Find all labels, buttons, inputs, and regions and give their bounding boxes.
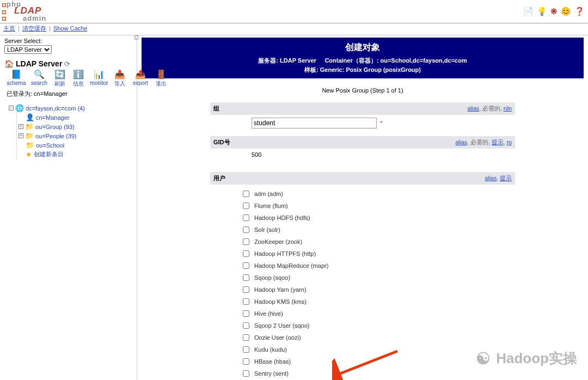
user-checkbox[interactable] [243, 298, 249, 305]
toolbar-info[interactable]: ℹ️信息 [73, 70, 84, 88]
user-row: Hadoop KMS (kms) [241, 296, 512, 308]
bug-icon[interactable]: ❋ [550, 7, 558, 16]
donate-icon[interactable]: 😊 [561, 7, 571, 16]
form: 组 alias, 必需的, rdn * GID号 alias, 必需的, 提示,… [210, 102, 515, 380]
expand-icon[interactable]: + [19, 133, 23, 138]
tree-node-school[interactable]: 📁ou=School [19, 140, 134, 150]
user-checkbox[interactable] [243, 286, 249, 293]
logo: php LDAP admin [2, 1, 46, 21]
lightbulb-icon[interactable]: 💡 [537, 7, 547, 16]
refresh-icon: 🔄 [54, 70, 65, 79]
user-checkbox[interactable] [243, 310, 249, 317]
user-label: HBase (hbas) [254, 358, 291, 365]
users-list: adm (adm)Flume (flum)Hadoop HDFS (hdfs)S… [210, 185, 515, 380]
user-checkbox[interactable] [243, 238, 249, 245]
expand-icon[interactable]: + [19, 124, 23, 129]
toolbar-export[interactable]: 📤export [133, 70, 148, 88]
group-input[interactable] [252, 118, 377, 128]
tree-node-people-label[interactable]: ou=People (39) [35, 133, 77, 139]
user-label: Hive (hive) [254, 310, 283, 317]
school-icon: 📁 [26, 141, 34, 149]
refresh-label: 刷新 [54, 80, 65, 88]
toolbar-logout[interactable]: 🚪退出 [156, 70, 167, 88]
hint-alias[interactable]: alias [468, 105, 480, 112]
user-checkbox[interactable] [243, 334, 249, 341]
tree-node-create[interactable]: ★创建新条目 [19, 150, 134, 159]
user-checkbox[interactable] [243, 370, 249, 377]
user-label: Sqoop (sqoo) [254, 274, 290, 281]
people-icon: 📁 [25, 132, 34, 140]
menu-show-cache[interactable]: Show Cache [53, 25, 87, 32]
toolbar-refresh[interactable]: 🔄刷新 [54, 70, 65, 88]
user-label: adm (adm) [254, 191, 283, 197]
hint-ro[interactable]: ro [507, 139, 512, 145]
user-row: Sqoop (sqoo) [241, 272, 512, 284]
field-group-header: 组 alias, 必需的, rdn [210, 102, 515, 115]
toolbar-search[interactable]: 🔍search [32, 70, 47, 88]
group-icon: 📁 [25, 122, 34, 131]
user-row: ZooKeeper (zook) [241, 236, 512, 248]
toolbar-import[interactable]: 📥导入 [114, 70, 125, 88]
action-toolbar: 📘schema🔍search🔄刷新ℹ️信息📊monitor📥导入📤export🚪… [9, 70, 134, 88]
tree-root[interactable]: − 🌐 dc=fayson,dc=com (4) [9, 103, 134, 113]
server-select[interactable]: LDAP Server [4, 45, 52, 54]
monitor-label: monitor [90, 80, 108, 86]
request-feature-icon[interactable]: 📄 [523, 7, 534, 16]
user-checkbox[interactable] [243, 214, 249, 221]
user-label: Hadoop HTTPFS (http) [254, 250, 316, 257]
user-label: Oozie User (oozi) [254, 334, 301, 341]
logout-label: 退出 [156, 80, 167, 88]
tree-node-school-label[interactable]: ou=School [36, 142, 64, 149]
toolbar-schema[interactable]: 📘schema [9, 70, 24, 88]
left-pane: Server Select: LDAP Server 🏠 LDAP Server… [0, 35, 137, 380]
tree-node-group-label[interactable]: ou=Group (93) [35, 124, 75, 130]
hint-alias-gid[interactable]: alias [456, 139, 468, 145]
tree-node-people[interactable]: +📁ou=People (39) [19, 131, 134, 140]
user-row: HBase (hbas) [241, 356, 512, 367]
search-icon: 🔍 [34, 70, 45, 79]
user-row: Hadoop Yarn (yarn) [241, 284, 512, 296]
menubar: 主页 | 清空缓存 | Show Cache [0, 23, 588, 34]
hint-hint-users[interactable]: 提示 [500, 175, 512, 181]
ldap-tree: − 🌐 dc=fayson,dc=com (4) 👤cn=Manager+📁ou… [9, 103, 134, 159]
user-label: Hadoop Yarn (yarn) [254, 286, 307, 293]
export-label: export [133, 80, 148, 86]
user-checkbox[interactable] [243, 203, 249, 209]
help-icon[interactable]: ❓ [574, 7, 585, 16]
user-checkbox[interactable] [243, 346, 249, 353]
collapse-icon[interactable]: − [9, 106, 14, 111]
user-checkbox[interactable] [243, 274, 249, 281]
user-checkbox[interactable] [243, 191, 249, 197]
import-icon: 📥 [114, 70, 125, 79]
tree-node-manager[interactable]: 👤cn=Manager [19, 113, 134, 122]
user-row: Hive (hive) [241, 308, 512, 320]
logout-icon: 🚪 [156, 70, 167, 79]
user-row: Sentry (sent) [241, 367, 512, 379]
user-checkbox[interactable] [243, 358, 249, 365]
tree-node-group[interactable]: +📁ou=Group (93) [19, 122, 134, 131]
user-checkbox[interactable] [243, 322, 249, 329]
hint-alias-users[interactable]: alias [485, 175, 497, 181]
user-checkbox[interactable] [243, 250, 249, 257]
logged-in-label: 已登录为: cn=Manager [7, 90, 134, 98]
toolbar-monitor[interactable]: 📊monitor [91, 70, 107, 88]
menu-purge[interactable]: 清空缓存 [22, 25, 46, 32]
tree-root-label[interactable]: dc=fayson,dc=com (4) [26, 105, 85, 112]
user-row: Hadoop HDFS (hdfs) [241, 212, 512, 224]
user-row: Flume (flum) [241, 200, 512, 212]
user-checkbox[interactable] [243, 226, 249, 233]
user-label: Sqoop 2 User (sqoo) [254, 322, 310, 329]
tree-node-manager-label[interactable]: cn=Manager [36, 114, 69, 121]
manager-icon: 👤 [26, 113, 34, 121]
user-label: Sentry (sent) [254, 370, 289, 377]
hint-hint-gid[interactable]: 提示 [492, 139, 504, 145]
refresh-icon[interactable]: ⟳ [64, 60, 70, 68]
user-checkbox[interactable] [243, 262, 249, 269]
step-label: New Posix Group (Step 1 of 1) [142, 87, 584, 94]
hint-rdn[interactable]: rdn [504, 105, 512, 112]
user-label: Kudu (kudu) [254, 346, 287, 353]
gid-value: 500 [252, 151, 261, 158]
pane-resize-handle[interactable] [134, 35, 138, 40]
tree-node-create-label[interactable]: 创建新条目 [34, 150, 64, 158]
menu-home[interactable]: 主页 [3, 25, 15, 32]
